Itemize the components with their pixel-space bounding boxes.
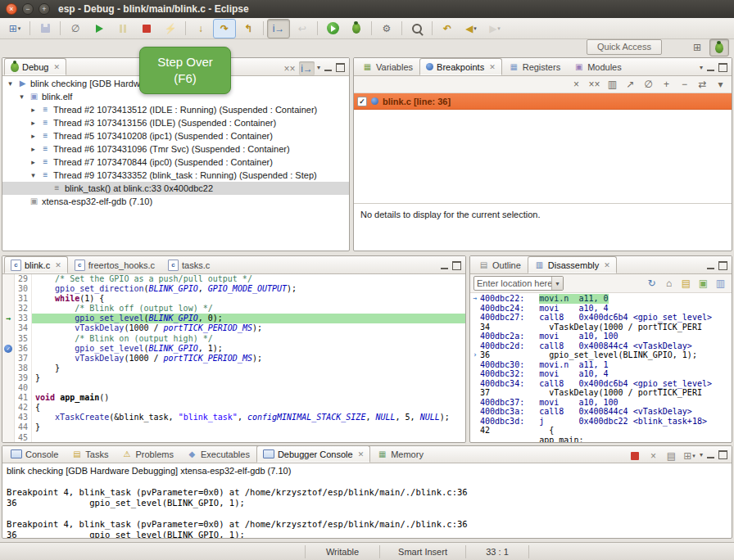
location-combo[interactable]: Enter location here ▼ bbox=[473, 276, 564, 291]
expand-all-icon[interactable]: + bbox=[659, 78, 674, 92]
breakpoints-minimize-button[interactable] bbox=[707, 64, 714, 71]
skip-all-breakpoints-view-icon[interactable]: ∅ bbox=[641, 78, 656, 92]
open-console-icon[interactable]: ⊞▾ bbox=[682, 449, 697, 463]
debug-maximize-button[interactable] bbox=[336, 63, 345, 72]
editor-tab-blink-c[interactable]: cblink.c✕ bbox=[4, 256, 68, 273]
editor-maximize-button[interactable] bbox=[452, 261, 461, 270]
clear-console-icon[interactable]: ▤ bbox=[664, 449, 679, 463]
tree-expander-icon[interactable]: ▸ bbox=[29, 145, 38, 153]
editor-line[interactable]: 45 bbox=[2, 433, 465, 443]
views-tab-breakpoints[interactable]: Breakpoints✕ bbox=[419, 58, 502, 75]
debug-tree-item[interactable]: ≡blink_task() at blink.c:33 0x400dbc22 bbox=[2, 182, 349, 195]
editor-tab-freertos-hooks-c[interactable]: cfreertos_hooks.c bbox=[68, 256, 161, 273]
resume-icon[interactable] bbox=[88, 19, 111, 38]
disassembly-line[interactable]: 400dbc24: movi a10, 4 bbox=[470, 304, 732, 314]
disassembly-line[interactable]: 400dbc3a: call8 0x400844c4 <vTaskDelay> bbox=[470, 407, 732, 417]
editor-tab-tasks-c[interactable]: ctasks.c bbox=[161, 256, 216, 273]
console-tab-executables[interactable]: ◆Executables bbox=[180, 445, 256, 463]
tree-expander-icon[interactable]: ▸ bbox=[29, 106, 38, 114]
editor-line[interactable]: 37 vTaskDelay(1000 / portTICK_PERIOD_MS)… bbox=[2, 354, 465, 364]
link-with-debug-icon[interactable]: ⇄ bbox=[695, 78, 710, 92]
debug-icon[interactable] bbox=[345, 19, 368, 38]
views-tab-variables[interactable]: ▦Variables bbox=[356, 58, 419, 75]
last-edit-location-icon[interactable]: ↶ bbox=[436, 19, 459, 38]
disasm-settings-icon[interactable]: ▥ bbox=[713, 277, 728, 291]
tab-close-icon[interactable]: ✕ bbox=[55, 261, 61, 269]
drop-to-frame-icon[interactable]: ↩ bbox=[291, 19, 314, 38]
right-tab-disassembly[interactable]: ▥Disassembly✕ bbox=[528, 256, 617, 273]
right-tab-outline[interactable]: ▤Outline bbox=[472, 256, 528, 273]
disassembly-line[interactable]: 400dbc27: call8 0x400dc6b4 <gpio_set_lev… bbox=[470, 313, 732, 323]
console-output[interactable]: blink checking [GDB Hardware Debugging] … bbox=[2, 463, 732, 538]
console-maximize-button[interactable] bbox=[718, 450, 727, 459]
console-minimize-button[interactable] bbox=[707, 451, 714, 458]
step-into-icon[interactable]: ↓ bbox=[189, 19, 212, 38]
search-icon[interactable] bbox=[406, 19, 428, 38]
quick-access-button[interactable]: Quick Access bbox=[587, 39, 662, 55]
editor-line[interactable]: 35 /* Blink on (output high) */ bbox=[2, 334, 465, 344]
track-expression-icon[interactable]: ▣ bbox=[695, 277, 711, 291]
tab-close-icon[interactable]: ✕ bbox=[489, 63, 496, 71]
breakpoint-item[interactable]: ✓ blink.c [line: 36] bbox=[354, 93, 732, 110]
editor-minimize-button[interactable] bbox=[441, 262, 448, 269]
disassembly-line[interactable]: 400dbc30: movi.n a11, 1 bbox=[470, 360, 732, 370]
views-tab-registers[interactable]: ▦Registers bbox=[502, 58, 567, 75]
tree-expander-icon[interactable]: ▾ bbox=[29, 171, 38, 179]
combo-dropdown-icon[interactable]: ▼ bbox=[551, 277, 563, 290]
debug-tree-item[interactable]: ▾≡Thread #9 1073433352 (blink_task : Run… bbox=[2, 169, 349, 182]
disassembly-line[interactable]: 37 vTaskDelay(1000 / portTICK_PERI bbox=[470, 388, 732, 398]
window-minimize-button[interactable]: − bbox=[22, 3, 34, 15]
terminate-icon[interactable] bbox=[135, 19, 158, 38]
debug-tree-item[interactable]: ▸≡Thread #3 1073413156 (IDLE) (Suspended… bbox=[2, 116, 349, 129]
forward-icon[interactable]: ▶▾ bbox=[483, 19, 506, 38]
code-editor[interactable]: 29 /* Set the GPIO as a push/pull output… bbox=[2, 274, 465, 442]
collapse-all-icon[interactable]: − bbox=[677, 78, 692, 92]
run-icon[interactable] bbox=[321, 19, 344, 38]
window-maximize-button[interactable]: + bbox=[39, 3, 50, 15]
disassembly-line[interactable]: 34 vTaskDelay(1000 / portTICK_PERI bbox=[470, 323, 732, 332]
console-tab-tasks[interactable]: ▤Tasks bbox=[65, 445, 115, 463]
disassembly-line[interactable]: 400dbc34: call8 0x400dc6b4 <gpio_set_lev… bbox=[470, 379, 732, 389]
editor-line[interactable]: ✓36 gpio_set_level(BLINK_GPIO, 1); bbox=[2, 344, 465, 354]
tab-close-icon[interactable]: ✕ bbox=[358, 450, 365, 458]
remove-all-breakpoints-icon[interactable]: ×× bbox=[587, 78, 602, 92]
console-tab-console[interactable]: Console bbox=[4, 445, 65, 463]
new-wizard-icon[interactable]: ⊞▾ bbox=[3, 19, 26, 38]
disconnect-icon[interactable]: ⚡ bbox=[159, 19, 182, 38]
editor-line[interactable]: 41void app_main() bbox=[2, 393, 465, 403]
location-input[interactable]: Enter location here bbox=[474, 278, 551, 288]
views-tab-modules[interactable]: ▣Modules bbox=[567, 58, 628, 75]
disassembly-line[interactable]: 400dbc2a: movi a10, 100 bbox=[470, 332, 732, 341]
editor-line[interactable]: 32 /* Blink off (output low) */ bbox=[2, 304, 465, 314]
debug-perspective-button[interactable] bbox=[709, 38, 729, 56]
instruction-stepping-icon[interactable]: i→ bbox=[267, 19, 290, 38]
external-tools-icon[interactable]: ⚙ bbox=[375, 19, 398, 38]
window-close-button[interactable]: × bbox=[6, 3, 17, 15]
tab-close-icon[interactable]: ✕ bbox=[604, 261, 610, 269]
tree-expander-icon[interactable]: ▸ bbox=[29, 132, 38, 140]
home-icon[interactable]: ⌂ bbox=[661, 277, 677, 291]
editor-line[interactable]: 43 xTaskCreate(&blink_task, "blink_task"… bbox=[2, 413, 465, 422]
remove-breakpoint-icon[interactable]: × bbox=[569, 78, 584, 92]
save-icon[interactable] bbox=[34, 19, 57, 38]
breakpoints-view-menu-icon[interactable]: ▾ bbox=[713, 78, 728, 92]
remove-launch-icon[interactable]: × bbox=[646, 449, 661, 463]
disassembly-line[interactable]: 400dbc37: movi a10, 100 bbox=[470, 398, 732, 408]
editor-line[interactable]: 44} bbox=[2, 422, 465, 432]
tab-close-icon[interactable]: ✕ bbox=[53, 63, 60, 71]
editor-line[interactable]: 38 } bbox=[2, 364, 465, 373]
show-source-icon[interactable]: ▤ bbox=[678, 277, 694, 291]
debug-tab-debug[interactable]: Debug✕ bbox=[4, 58, 66, 75]
debug-tree-item[interactable]: ▣xtensa-esp32-elf-gdb (7.10) bbox=[2, 195, 349, 208]
debug-view-menu-icon[interactable]: ▾ bbox=[317, 64, 320, 71]
refresh-icon[interactable]: ↻ bbox=[644, 277, 659, 291]
open-perspective-icon[interactable]: ⊞ bbox=[687, 38, 707, 56]
editor-line[interactable]: 40 bbox=[2, 383, 465, 393]
breakpoint-marker[interactable]: ✓ bbox=[2, 344, 15, 354]
console-tab-problems[interactable]: ⚠Problems bbox=[115, 445, 179, 463]
editor-line[interactable]: 42{ bbox=[2, 403, 465, 413]
breakpoint-checkbox[interactable]: ✓ bbox=[357, 97, 367, 106]
skip-all-breakpoints-icon[interactable]: ∅ bbox=[64, 19, 87, 38]
disassembly-line[interactable]: 42 { bbox=[470, 426, 732, 436]
tree-expander-icon[interactable]: ▸ bbox=[29, 158, 38, 166]
